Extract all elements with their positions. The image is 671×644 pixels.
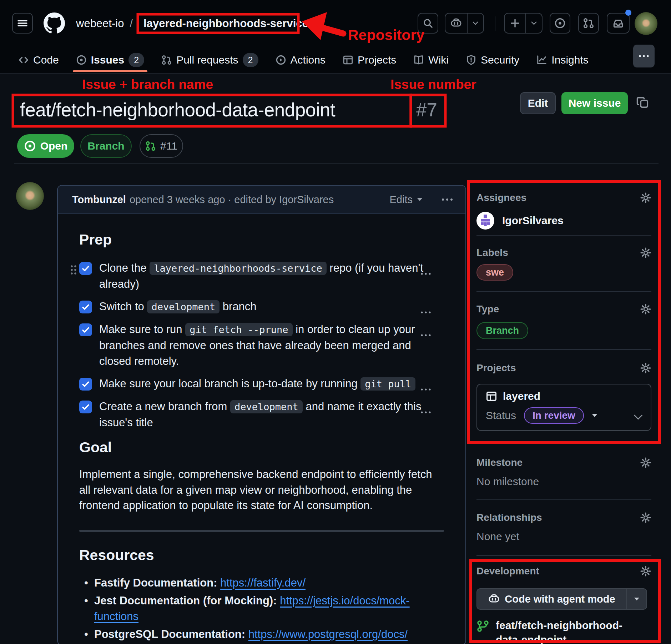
your-pull-requests-button[interactable] xyxy=(578,13,599,34)
assignee-name[interactable]: IgorSilvares xyxy=(502,215,564,227)
labels-heading: Labels xyxy=(476,247,508,258)
tab-pull-requests[interactable]: Pull requests 2 xyxy=(155,47,264,73)
comment-author[interactable]: Tombunzel xyxy=(72,194,126,206)
copy-icon xyxy=(636,96,650,109)
resource-link[interactable]: https://www.postgresql.org/docs/ xyxy=(248,628,408,640)
drag-handle-icon[interactable] xyxy=(70,264,77,280)
linked-pr-badge[interactable]: #11 xyxy=(140,134,183,158)
tab-actions[interactable]: Actions xyxy=(269,47,332,73)
prep-heading: Prep xyxy=(79,231,444,248)
comment-kebab-button[interactable] xyxy=(441,198,453,201)
tab-projects[interactable]: Projects xyxy=(337,47,402,73)
development-section: Development Code with agent mode feat/fe… xyxy=(476,565,651,577)
sidebar-divider xyxy=(476,499,651,500)
github-logo-icon xyxy=(44,12,65,34)
tab-security[interactable]: Security xyxy=(460,47,525,73)
resource-link[interactable]: https://fastify.dev/ xyxy=(220,577,306,589)
comment-header: Tombunzel opened 3 weeks ago · edited by… xyxy=(58,186,465,214)
issue-comment: Tombunzel opened 3 weeks ago · edited by… xyxy=(57,185,466,644)
create-new-button[interactable] xyxy=(504,13,543,34)
copilot-icon xyxy=(445,14,467,33)
edit-button[interactable]: Edit xyxy=(520,92,556,114)
create-new-caret xyxy=(525,14,542,33)
git-pull-request-icon xyxy=(583,17,594,29)
edits-dropdown[interactable]: Edits xyxy=(390,194,423,206)
milestone-section: Milestone No milestone xyxy=(476,457,651,468)
type-branch-badge[interactable]: Branch xyxy=(476,322,528,339)
check-icon xyxy=(81,379,90,389)
gear-icon[interactable] xyxy=(640,362,651,374)
checkbox-checked[interactable] xyxy=(79,262,92,275)
copy-link-button[interactable] xyxy=(636,96,650,111)
project-collapse-chevron[interactable] xyxy=(634,414,643,422)
repo-tabbar: Code Issues 2 Pull requests 2 Actions Pr… xyxy=(0,47,671,74)
tab-label: Pull requests xyxy=(176,54,238,66)
gear-icon[interactable] xyxy=(640,247,651,258)
checkbox-checked[interactable] xyxy=(79,378,92,391)
gear-icon[interactable] xyxy=(640,303,651,315)
checkbox-checked[interactable] xyxy=(79,401,92,413)
tab-code[interactable]: Code xyxy=(12,47,65,73)
your-issues-button[interactable] xyxy=(550,13,570,34)
issue-opened-icon xyxy=(554,17,566,29)
graph-icon xyxy=(536,55,547,65)
linked-branch-row[interactable]: feat/fetch-neighborhood-data-endpoint xyxy=(476,618,639,644)
task-kebab-button[interactable] xyxy=(420,264,431,280)
breadcrumb-repo[interactable]: layered-neighborhoods-service xyxy=(138,17,308,30)
github-logo[interactable] xyxy=(44,12,65,35)
author-avatar[interactable] xyxy=(16,182,44,210)
agent-mode-caret[interactable] xyxy=(626,589,646,609)
code-with-agent-mode-button[interactable]: Code with agent mode xyxy=(476,588,647,610)
copilot-menu-button[interactable] xyxy=(445,13,484,34)
new-issue-button[interactable]: New issue xyxy=(561,92,628,114)
resources-list: Fastify Documentation: https://fastify.d… xyxy=(79,575,444,644)
gear-icon[interactable] xyxy=(640,192,651,203)
triangle-down-icon xyxy=(417,198,423,201)
tab-wiki[interactable]: Wiki xyxy=(407,47,455,73)
user-avatar[interactable] xyxy=(635,12,657,35)
git-branch-icon xyxy=(476,620,489,644)
search-button[interactable] xyxy=(418,13,438,34)
tab-issues[interactable]: Issues 2 xyxy=(70,47,150,73)
plus-icon xyxy=(505,14,525,33)
tab-insights[interactable]: Insights xyxy=(530,47,594,73)
table-icon xyxy=(343,55,353,65)
tab-label: Code xyxy=(33,54,59,66)
markdown-divider xyxy=(79,530,444,532)
task-kebab-button[interactable] xyxy=(420,325,431,341)
goal-text: Implement a single, comprehensive backen… xyxy=(79,467,444,513)
task-text: Switch to development branch xyxy=(99,300,257,313)
resource-item: Fastify Documentation: https://fastify.d… xyxy=(79,575,444,591)
kebab-icon xyxy=(639,54,649,58)
label-swe[interactable]: swe xyxy=(476,264,513,281)
inbox-icon xyxy=(612,17,624,29)
gear-icon[interactable] xyxy=(640,512,651,523)
inbox-button[interactable] xyxy=(607,13,630,34)
tab-label: Projects xyxy=(358,54,396,66)
triangle-down-icon[interactable] xyxy=(592,414,597,417)
lock-icon xyxy=(315,19,324,28)
chevron-down-icon xyxy=(634,414,643,420)
tab-label: Issues xyxy=(91,54,124,66)
task-kebab-button[interactable] xyxy=(420,402,431,418)
issue-type-badge[interactable]: Branch xyxy=(80,134,132,158)
assignee-row[interactable]: IgorSilvares xyxy=(476,212,564,230)
task-text: Make sure your local branch is up-to-dat… xyxy=(99,377,415,390)
project-card[interactable]: layered Status In review xyxy=(476,384,651,431)
tab-label: Insights xyxy=(551,54,588,66)
checkbox-checked[interactable] xyxy=(79,301,92,313)
project-status-badge[interactable]: In review xyxy=(524,407,584,424)
git-pull-request-icon xyxy=(161,55,172,65)
task-item: Switch to development branch xyxy=(79,299,429,315)
task-text: Clone the layered-neighborhoods-service … xyxy=(99,262,423,290)
linked-branch-name[interactable]: feat/fetch-neighborhood-data-endpoint xyxy=(496,618,639,644)
tab-overflow-button[interactable] xyxy=(633,45,655,67)
gear-icon[interactable] xyxy=(640,457,651,468)
gear-icon[interactable] xyxy=(640,565,651,577)
task-kebab-button[interactable] xyxy=(420,302,431,318)
hamburger-menu-button[interactable] xyxy=(12,13,33,34)
task-kebab-button[interactable] xyxy=(420,379,431,395)
project-name[interactable]: layered xyxy=(503,390,540,402)
checkbox-checked[interactable] xyxy=(79,323,92,336)
breadcrumb-org[interactable]: webeet-io xyxy=(76,17,124,30)
